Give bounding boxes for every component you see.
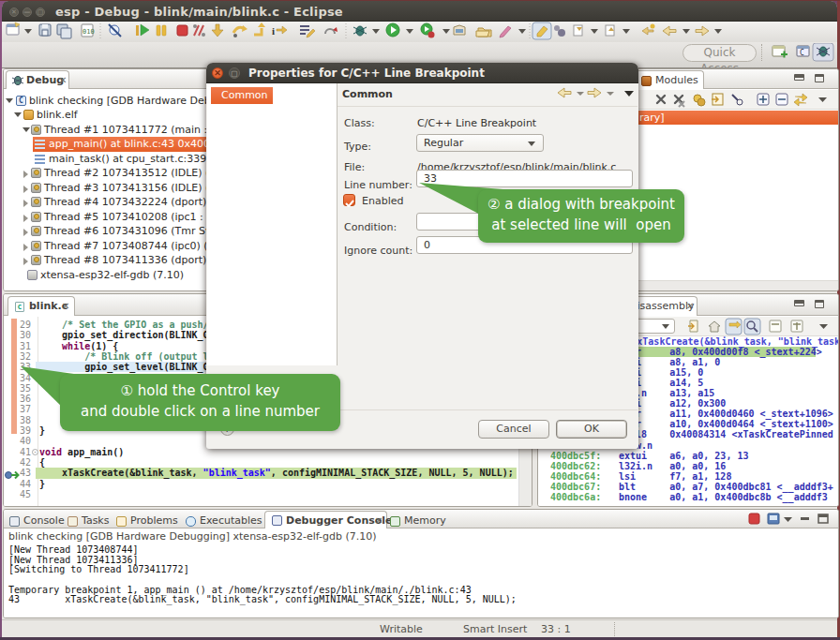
svg-text:010: 010 — [82, 28, 95, 36]
statusbar: Writable Smart Insert 33 : 1 — [2, 619, 837, 638]
svg-text:i: i — [272, 25, 275, 37]
quick-access[interactable]: Quick Access — [682, 44, 757, 62]
console-view: Console Tasks Problems Executables Debug… — [3, 509, 839, 618]
titlebar: ✕ — ▢ esp - Debug - blink/main/blink.c -… — [2, 1, 837, 22]
title: esp - Debug - blink/main/blink.c - Eclip… — [55, 5, 343, 19]
svg-text:C: C — [800, 49, 804, 57]
dialog-sidebar: Common — [207, 83, 338, 365]
line-number-input[interactable]: 33 — [416, 170, 633, 187]
main-toolbar: 010 i — [2, 22, 837, 43]
eclipse-window: ✕ — ▢ esp - Debug - blink/main/blink.c -… — [2, 1, 837, 637]
type-select[interactable]: Regular — [416, 134, 544, 152]
blink-tab[interactable]: c blink.c ✕ — [8, 296, 75, 316]
debugger-console-tab[interactable]: Debugger Console ✕ — [264, 511, 387, 528]
ok-button[interactable]: OK — [556, 420, 627, 439]
enabled-checkbox[interactable] — [343, 194, 355, 206]
dialog-titlebar: ✕ ▢ Properties for C/C++ Line Breakpoint — [206, 63, 638, 83]
console-body: blink checking [GDB Hardware Debugging] … — [4, 528, 838, 618]
cancel-button[interactable]: Cancel — [478, 420, 549, 439]
callout-1: ① hold the Control key and double click … — [60, 374, 340, 431]
debug-tab[interactable]: Debug ✕ — [6, 70, 69, 89]
eclipse-debug-screenshot: ✕ — ▢ esp - Debug - blink/main/blink.c -… — [0, 0, 840, 640]
callout-2: ② a dialog with breakpoint at selected l… — [478, 189, 684, 243]
